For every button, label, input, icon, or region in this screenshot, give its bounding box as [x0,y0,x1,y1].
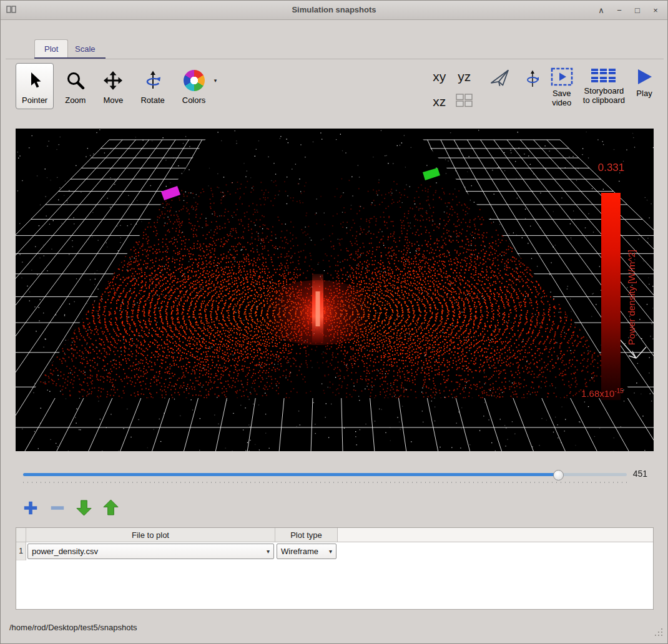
titlebar[interactable]: Simulation snapshots ∧ − □ × [1,1,667,20]
toolbar: Pointer Zoom Move [16,63,654,125]
colors-dropdown-caret[interactable]: ▾ [214,77,217,84]
tab-bar: Plot Scale [6,38,664,59]
window-title: Simulation snapshots [1,1,667,19]
storyboard-icon [591,67,616,84]
save-video-button[interactable]: Savevideo [551,64,573,108]
minus-icon [49,500,66,516]
plus-icon [22,500,39,516]
move-button[interactable]: Move [97,63,129,109]
file-combobox[interactable]: power_density.csv ▾ [27,544,274,559]
colors-button[interactable]: Colors ▾ [176,63,212,109]
frame-slider: 451 [16,466,654,487]
tab-underline [34,57,106,59]
tab-scale[interactable]: Scale [66,39,105,58]
row-buttons [22,499,119,516]
colorbar [601,193,621,400]
film-play-icon [551,67,573,87]
move-arrows-icon [103,69,123,92]
pointer-button[interactable]: Pointer [16,63,54,109]
status-path: /home/rod/Desktop/test5/snapshots [9,623,137,632]
rotate-mini-icon [526,70,539,89]
tab-plot[interactable]: Plot [34,39,68,58]
remove-row-button[interactable] [49,499,66,516]
scene-canvas[interactable] [16,129,654,451]
move-row-down-button[interactable] [76,499,92,516]
rotate-view-button[interactable] [524,64,541,94]
column-header-type[interactable]: Plot type [275,528,338,542]
column-header-file[interactable]: File to plot [26,528,275,542]
color-wheel-icon [184,69,205,92]
storyboard-button[interactable]: Storyboardto clipboard [583,64,625,105]
minimize-button[interactable]: − [615,6,624,15]
plot-3d-view[interactable]: 0.331 1.68x10-15 Power density [W/m^2] [16,129,654,451]
row-number[interactable]: 1 [16,542,26,560]
table-header: File to plot Plot type [16,528,653,542]
shade-button[interactable]: ∧ [597,6,606,15]
zoom-button[interactable]: Zoom [59,63,92,109]
maximize-button[interactable]: □ [633,6,642,15]
close-button[interactable]: × [651,6,660,15]
send-view-button[interactable] [487,64,514,94]
tile-views-button[interactable] [456,94,473,110]
slider-fill [23,473,558,476]
colorbar-max-label: 0.331 [582,162,640,174]
pointer-icon [27,69,43,92]
play-button[interactable]: Play [635,64,654,99]
move-row-up-button[interactable] [102,499,119,516]
arrow-down-icon [76,499,92,516]
slider-ticks [23,482,627,483]
chevron-down-icon: ▾ [329,548,332,555]
arrow-up-icon [102,499,119,516]
magnifier-icon [66,69,85,92]
rotate-button[interactable]: Rotate [134,63,170,109]
rotate-axis-icon [144,69,162,92]
files-table: File to plot Plot type 1 power_density.c… [16,527,654,610]
slider-track[interactable] [23,473,627,476]
slider-handle[interactable] [553,470,564,481]
table-corner-header [16,528,26,542]
view-yz-button[interactable]: yz [458,69,471,84]
tile-grid-icon [456,94,473,107]
app-window: Simulation snapshots ∧ − □ × Plot Scale … [0,0,668,644]
plot-type-combobox[interactable]: Wireframe ▾ [277,544,336,559]
frame-number: 451 [633,469,647,479]
add-row-button[interactable] [22,499,39,516]
colorbar-axis-label: Power density [W/m^2] [626,193,637,402]
play-icon [635,67,654,87]
view-xy-button[interactable]: xy [433,69,446,84]
resize-grip[interactable] [654,627,664,640]
header-filler [338,528,653,542]
chevron-down-icon: ▾ [267,548,270,555]
view-xz-button[interactable]: xz [433,94,446,109]
table-row: 1 power_density.csv ▾ Wireframe ▾ [16,542,653,560]
paper-plane-icon [488,69,513,90]
